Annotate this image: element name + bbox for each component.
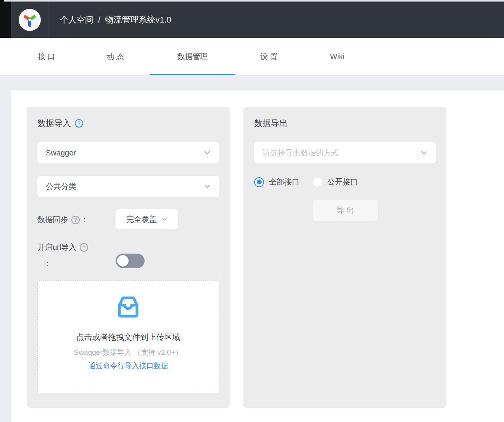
import-format-select[interactable]: Swagger — [37, 142, 219, 163]
header-left-edge — [0, 2, 11, 38]
export-type-placeholder: 请选择导出数据的方式 — [262, 148, 339, 158]
yapi-logo-glyph — [21, 11, 38, 28]
upload-sub-text: Swagger数据导入 （支持 v2.0+） — [74, 348, 183, 357]
data-sync-row: 数据同步 ? : 完全覆盖 — [37, 209, 219, 229]
data-export-panel: 数据导出 请选择导出数据的方式 全部接口 公开接口 导出 — [243, 107, 446, 408]
url-import-label: 开启url导入 — [37, 242, 76, 252]
cli-import-link[interactable]: 通过命令行导入接口数据 — [89, 361, 168, 371]
content-wrapper: 数据导入 ? Swagger 公共分类 数据同步 ? : — [11, 90, 504, 422]
logo-cell — [11, 2, 48, 38]
question-circle-icon[interactable]: ? — [71, 216, 80, 224]
import-category-value: 公共分类 — [46, 181, 76, 192]
data-sync-label: 数据同步 — [37, 215, 68, 225]
yapi-logo-icon[interactable] — [19, 9, 41, 31]
data-sync-colon: : — [83, 215, 85, 224]
app-header: 个人空间 / 物流管理系统v1.0 — [0, 2, 504, 38]
radio-all-interfaces[interactable] — [254, 177, 264, 187]
url-import-toggle[interactable] — [116, 254, 145, 268]
export-panel-title: 数据导出 — [254, 118, 288, 129]
url-import-label-block: 开启url导入 ? ： — [37, 242, 116, 269]
url-import-colon: ： — [37, 259, 116, 269]
question-circle-icon[interactable]: ? — [80, 243, 88, 252]
import-category-select[interactable]: 公共分类 — [37, 176, 219, 197]
upload-dropzone[interactable]: 点击或者拖拽文件到上传区域 Swagger数据导入 （支持 v2.0+） 通过命… — [37, 280, 219, 393]
export-type-select[interactable]: 请选择导出数据的方式 — [254, 142, 436, 163]
inbox-icon — [115, 295, 141, 319]
breadcrumb-separator: / — [98, 15, 100, 25]
data-sync-label-row: 数据同步 ? : — [37, 209, 116, 225]
data-import-panel: 数据导入 ? Swagger 公共分类 数据同步 ? : — [27, 107, 230, 408]
sync-mode-select[interactable]: 完全覆盖 — [116, 209, 178, 229]
radio-all-interfaces-label[interactable]: 全部接口 — [269, 177, 300, 187]
upload-main-text: 点击或者拖拽文件到上传区域 — [76, 332, 180, 343]
chevron-down-icon — [204, 183, 211, 190]
project-tabbar: 接 口 动 态 数据管理 设 置 Wiki — [0, 38, 504, 75]
chevron-down-icon — [204, 149, 211, 156]
export-button[interactable]: 导出 — [312, 200, 378, 221]
radio-public-interfaces-label[interactable]: 公开接口 — [327, 177, 358, 187]
export-scope-radio-group: 全部接口 公开接口 — [254, 177, 436, 187]
toggle-knob — [117, 255, 129, 267]
radio-public-interfaces[interactable] — [312, 177, 322, 187]
url-import-label-row: 开启url导入 ? — [37, 242, 116, 252]
import-panel-title-row: 数据导入 ? — [37, 118, 219, 129]
tab-data-management[interactable]: 数据管理 — [150, 38, 235, 75]
app-window: 个人空间 / 物流管理系统v1.0 接 口 动 态 数据管理 设 置 Wiki … — [0, 0, 504, 422]
question-circle-icon[interactable]: ? — [75, 119, 83, 128]
breadcrumb-space[interactable]: 个人空间 — [60, 14, 93, 26]
chevron-down-icon — [161, 216, 167, 222]
export-panel-title-row: 数据导出 — [254, 118, 436, 129]
sync-mode-value: 完全覆盖 — [126, 214, 157, 225]
breadcrumb: 个人空间 / 物流管理系统v1.0 — [60, 2, 171, 38]
tab-activity[interactable]: 动 态 — [94, 38, 136, 75]
chevron-down-icon — [420, 149, 427, 156]
breadcrumb-project[interactable]: 物流管理系统v1.0 — [105, 14, 171, 26]
tab-settings[interactable]: 设 置 — [248, 38, 290, 75]
url-import-row: 开启url导入 ? ： — [37, 242, 219, 269]
tab-wiki[interactable]: Wiki — [316, 38, 358, 75]
import-panel-title: 数据导入 — [37, 118, 71, 129]
import-format-value: Swagger — [46, 149, 76, 157]
tab-interface[interactable]: 接 口 — [26, 38, 68, 75]
